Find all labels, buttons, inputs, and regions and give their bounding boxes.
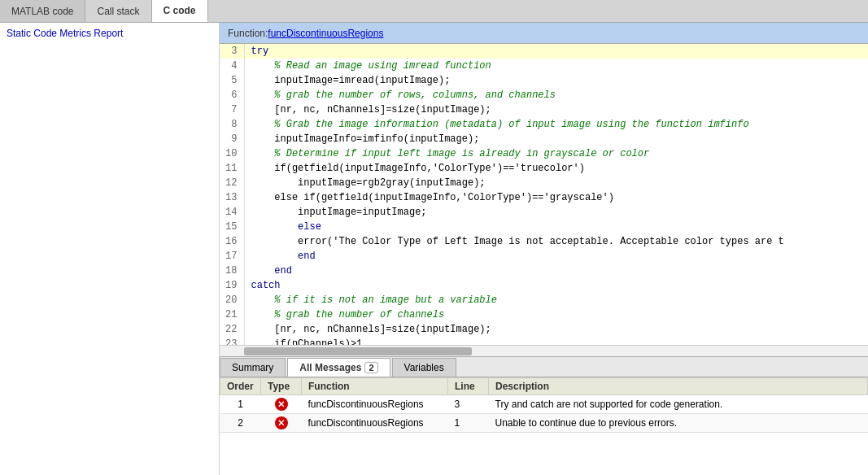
tab-all-messages-label: All Messages (299, 362, 361, 373)
line-code: end (244, 264, 868, 278)
line-number: 23 (220, 337, 244, 345)
tab-call-stack[interactable]: Call stack (85, 0, 151, 22)
tab-matlab-code[interactable]: MATLAB code (0, 0, 85, 22)
msg-description: Try and catch are not supported for code… (489, 395, 868, 414)
table-row: 6 % grab the number of rows, columns, an… (220, 88, 868, 102)
messages-table: Order Type Function Line Description 1✕f… (220, 377, 868, 433)
line-number: 15 (220, 220, 244, 234)
line-number: 22 (220, 322, 244, 337)
table-row: 21 % grab the number of channels (220, 307, 868, 322)
table-row: 7 [nr, nc, nChannels]=size(inputImage); (220, 102, 868, 117)
line-number: 21 (220, 307, 244, 322)
all-messages-badge: 2 (364, 362, 377, 373)
table-row: 15 else (220, 220, 868, 234)
table-row: 20 % if it is not an image but a variabl… (220, 293, 868, 307)
col-header-description: Description (489, 378, 868, 395)
line-number: 19 (220, 278, 244, 293)
msg-function: funcDiscontinuousRegions (302, 395, 448, 414)
error-icon: ✕ (275, 398, 288, 411)
line-code: % if it is not an image but a variable (244, 293, 868, 307)
tab-summary[interactable]: Summary (220, 358, 286, 377)
line-number: 9 (220, 132, 244, 146)
static-code-metrics-link[interactable]: Static Code Metrics Report (7, 28, 123, 39)
col-header-function: Function (302, 378, 448, 395)
line-code: % grab the number of rows, columns, and … (244, 88, 868, 102)
table-row: 23 if(nChannels)>1 (220, 337, 868, 345)
table-row: 18 end (220, 264, 868, 278)
line-number: 8 (220, 117, 244, 132)
msg-description: Unable to continue due to previous error… (489, 414, 868, 433)
line-code: % Grab the image information (metadata) … (244, 117, 868, 132)
top-tab-bar: MATLAB code Call stack C code (0, 0, 868, 23)
table-row: 8 % Grab the image information (metadata… (220, 117, 868, 132)
msg-order: 1 (220, 395, 261, 414)
table-row: 4 % Read an image using imread function (220, 59, 868, 73)
table-row: 9 inputImageInfo=imfinfo(inputImage); (220, 132, 868, 146)
line-code: else (244, 220, 868, 234)
table-row: 14 inputImage=inputImage; (220, 205, 868, 220)
line-number: 10 (220, 146, 244, 161)
table-row: 16 error('The Color Type of Left Image i… (220, 234, 868, 249)
main-layout: Static Code Metrics Report Function: fun… (0, 23, 868, 475)
line-code: end (244, 249, 868, 264)
bottom-tab-bar: Summary All Messages 2 Variables (220, 356, 868, 377)
line-code: % Read an image using imread function (244, 59, 868, 73)
table-row: 12 inputImage=rgb2gray(inputImage); (220, 176, 868, 190)
line-code: inputImage=rgb2gray(inputImage); (244, 176, 868, 190)
horizontal-scrollbar[interactable] (220, 345, 868, 356)
line-code: inputImage=inputImage; (244, 205, 868, 220)
tab-variables[interactable]: Variables (392, 358, 456, 377)
col-header-type: Type (261, 378, 302, 395)
line-number: 4 (220, 59, 244, 73)
tab-c-code[interactable]: C code (152, 0, 208, 22)
line-code: % Determine if input left image is alrea… (244, 146, 868, 161)
table-row: 3try (220, 44, 868, 59)
error-icon: ✕ (275, 416, 288, 429)
function-name[interactable]: funcDiscontinuousRegions (268, 28, 383, 39)
line-code: if(getfield(inputImageInfo,'ColorType')=… (244, 161, 868, 176)
msg-type: ✕ (261, 414, 302, 433)
line-code: inputImage=imread(inputImage); (244, 73, 868, 88)
line-code: try (244, 44, 868, 59)
col-header-order: Order (220, 378, 261, 395)
line-number: 11 (220, 161, 244, 176)
line-code: if(nChannels)>1 (244, 337, 868, 345)
line-code: inputImageInfo=imfinfo(inputImage); (244, 132, 868, 146)
table-row: 19catch (220, 278, 868, 293)
table-row: 1✕funcDiscontinuousRegions3Try and catch… (220, 395, 868, 414)
table-row: 22 [nr, nc, nChannels]=size(inputImage); (220, 322, 868, 337)
line-number: 17 (220, 249, 244, 264)
table-row: 11 if(getfield(inputImageInfo,'ColorType… (220, 161, 868, 176)
h-scroll-thumb[interactable] (244, 347, 472, 355)
line-number: 16 (220, 234, 244, 249)
line-code: [nr, nc, nChannels]=size(inputImage); (244, 102, 868, 117)
line-code: [nr, nc, nChannels]=size(inputImage); (244, 322, 868, 337)
msg-order: 2 (220, 414, 261, 433)
messages-header-row: Order Type Function Line Description (220, 378, 868, 395)
right-panel: Function: funcDiscontinuousRegions 3try4… (220, 23, 868, 475)
line-number: 13 (220, 190, 244, 205)
function-prefix: Function: (228, 28, 268, 39)
line-code: else if(getfield(inputImageInfo,'ColorTy… (244, 190, 868, 205)
line-number: 5 (220, 73, 244, 88)
line-number: 7 (220, 102, 244, 117)
msg-function: funcDiscontinuousRegions (302, 414, 448, 433)
line-number: 18 (220, 264, 244, 278)
msg-type: ✕ (261, 395, 302, 414)
line-code: catch (244, 278, 868, 293)
code-table: 3try4 % Read an image using imread funct… (220, 44, 868, 345)
line-code: % grab the number of channels (244, 307, 868, 322)
messages-panel: Order Type Function Line Description 1✕f… (220, 377, 868, 475)
function-header: Function: funcDiscontinuousRegions (220, 23, 868, 44)
line-number: 6 (220, 88, 244, 102)
table-row: 13 else if(getfield(inputImageInfo,'Colo… (220, 190, 868, 205)
sidebar: Static Code Metrics Report (0, 23, 220, 475)
msg-line: 3 (448, 395, 489, 414)
code-area[interactable]: 3try4 % Read an image using imread funct… (220, 44, 868, 345)
table-row: 17 end (220, 249, 868, 264)
line-number: 3 (220, 44, 244, 59)
line-code: error('The Color Type of Left Image is n… (244, 234, 868, 249)
line-number: 12 (220, 176, 244, 190)
msg-line: 1 (448, 414, 489, 433)
tab-all-messages[interactable]: All Messages 2 (287, 358, 390, 377)
